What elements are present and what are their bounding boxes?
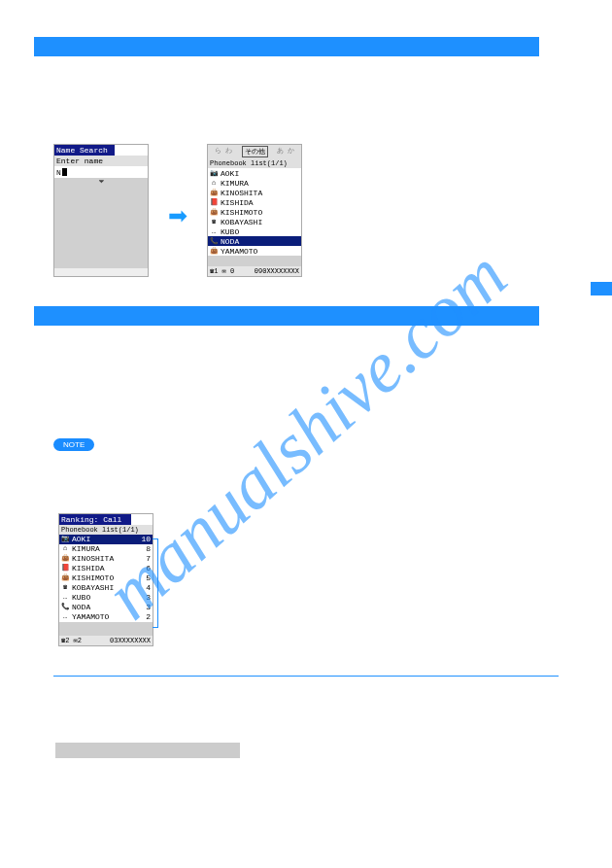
list-item[interactable]: 📕KISHIDA6 — [59, 564, 153, 573]
name-search-screen: Name Search Enter name N ⏷ — [53, 144, 149, 277]
screen-title: Name Search — [54, 145, 115, 156]
entry-name: KINOSHITA — [221, 189, 262, 197]
divider — [53, 676, 559, 677]
entry-count: 3 — [146, 593, 151, 603]
list-item[interactable]: 📷AOKI10 — [59, 535, 153, 544]
list-item[interactable]: 👜KINOSHITA — [208, 188, 301, 197]
list-item[interactable]: ☎KOBAYASHI — [208, 217, 301, 226]
entry-icon: 👜 — [210, 189, 218, 196]
list-item[interactable]: …KUBO — [208, 226, 301, 236]
list-item[interactable]: 👜KINOSHITA7 — [59, 554, 153, 564]
arrow-icon: ➡ — [168, 202, 187, 229]
text-cursor — [62, 168, 67, 176]
ranking-list[interactable]: 📷AOKI10⌂KIMURA8👜KINOSHITA7📕KISHIDA6👜KISH… — [59, 535, 153, 622]
entry-count: 5 — [146, 573, 151, 583]
entry-name: KOBAYASHI — [72, 583, 114, 593]
phonebook-status: ☎1 ✉ 0 090XXXXXXXX — [208, 266, 301, 276]
entry-icon: ⌂ — [61, 544, 69, 554]
phonebook-header: Phonebook list(1/1) — [208, 158, 301, 168]
entry-name: KUBO — [72, 593, 90, 603]
tab-inactive[interactable]: あ か — [277, 146, 294, 157]
side-index-tab — [591, 282, 612, 295]
entry-icon: 📕 — [210, 198, 218, 206]
status-phone: 090XXXXXXXX — [255, 267, 299, 275]
entry-count: 2 — [146, 612, 151, 622]
note-pill: NOTE — [53, 438, 94, 451]
list-item[interactable]: 📕KISHIDA — [208, 197, 301, 207]
entry-name: YAMAMOTO — [221, 247, 257, 256]
entry-icon: 📞 — [61, 603, 69, 612]
list-item[interactable]: …KUBO3 — [59, 593, 153, 603]
status-phone: 03XXXXXXXX — [110, 637, 151, 644]
entry-count: 3 — [146, 603, 151, 612]
entry-icon: ☎ — [210, 218, 218, 226]
entry-count: 4 — [146, 583, 151, 593]
entry-icon: 📷 — [210, 169, 218, 177]
entry-icon: 👜 — [210, 208, 218, 216]
entry-icon: 📞 — [210, 237, 218, 245]
entry-count: 8 — [146, 544, 151, 554]
list-item[interactable]: 📞NODA3 — [59, 603, 153, 612]
entry-name: KISHIMOTO — [72, 573, 114, 583]
ranking-status: ☎2 ✉2 03XXXXXXXX — [59, 636, 153, 645]
list-item[interactable]: ☎KOBAYASHI4 — [59, 583, 153, 593]
entry-name: KIMURA — [221, 179, 249, 188]
ranking-header: Phonebook list(1/1) — [59, 525, 153, 535]
list-item[interactable]: 👜KISHIMOTO — [208, 207, 301, 217]
entry-count: 7 — [146, 554, 151, 564]
entry-name: KIMURA — [72, 544, 100, 554]
entry-name: NODA — [72, 603, 90, 612]
list-item[interactable]: 📞NODA — [208, 236, 301, 246]
name-input[interactable]: N — [54, 166, 148, 178]
name-search-screenshots: Name Search Enter name N ⏷ ➡ ら わ その他 あ か… — [53, 144, 578, 277]
phonebook-list-screen: ら わ その他 あ か Phonebook list(1/1) 📷AOKI⌂KI… — [207, 144, 302, 277]
entry-name: KUBO — [221, 227, 239, 236]
list-item[interactable]: 📷AOKI — [208, 168, 301, 178]
input-prefix: N — [56, 168, 61, 177]
callout-bracket — [153, 538, 158, 628]
section-heading-bar-1 — [34, 37, 539, 56]
list-item[interactable]: 👜KISHIMOTO5 — [59, 573, 153, 583]
entry-name: KINOSHITA — [72, 554, 114, 564]
ranking-screen: Ranking: Call Phonebook list(1/1) 📷AOKI1… — [58, 513, 153, 646]
entry-icon: ☎ — [61, 583, 69, 593]
section-heading-bar-2 — [34, 306, 539, 326]
entry-name: AOKI — [72, 535, 90, 544]
entry-name: KISHIMOTO — [221, 208, 262, 217]
phonebook-list[interactable]: 📷AOKI⌂KIMURA👜KINOSHITA📕KISHIDA👜KISHIMOTO… — [208, 168, 301, 256]
tab-active[interactable]: その他 — [242, 146, 268, 157]
entry-icon: … — [61, 593, 69, 603]
entry-name: KISHIDA — [221, 198, 254, 207]
entry-name: NODA — [221, 237, 239, 246]
entry-icon: 👜 — [61, 554, 69, 564]
list-item[interactable]: 👜YAMAMOTO — [208, 246, 301, 256]
grey-subheading-block — [55, 743, 240, 758]
list-item[interactable]: …YAMAMOTO2 — [59, 612, 153, 622]
enter-name-banner: Enter name — [54, 156, 148, 166]
list-item[interactable]: ⌂KIMURA8 — [59, 544, 153, 554]
entry-count: 10 — [141, 535, 151, 544]
list-item[interactable]: ⌂KIMURA — [208, 178, 301, 188]
status-left: ☎2 ✉2 — [61, 637, 82, 644]
entry-icon: 👜 — [210, 247, 218, 255]
status-left: ☎1 ✉ 0 — [210, 267, 234, 275]
caret-indicator: ⏷ — [54, 178, 148, 186]
entry-icon: 📕 — [61, 564, 69, 573]
entry-name: KISHIDA — [72, 564, 105, 573]
entry-icon: 👜 — [61, 573, 69, 583]
tab-row: ら わ その他 あ か — [208, 145, 301, 158]
entry-name: YAMAMOTO — [72, 612, 109, 622]
entry-name: AOKI — [221, 169, 239, 178]
ranking-title: Ranking: Call — [59, 514, 131, 525]
entry-count: 6 — [146, 564, 151, 573]
entry-icon: … — [210, 227, 218, 235]
entry-icon: 📷 — [61, 535, 69, 544]
entry-name: KOBAYASHI — [221, 218, 262, 226]
entry-icon: … — [61, 612, 69, 622]
tab-inactive[interactable]: ら わ — [215, 146, 232, 157]
entry-icon: ⌂ — [210, 179, 218, 187]
